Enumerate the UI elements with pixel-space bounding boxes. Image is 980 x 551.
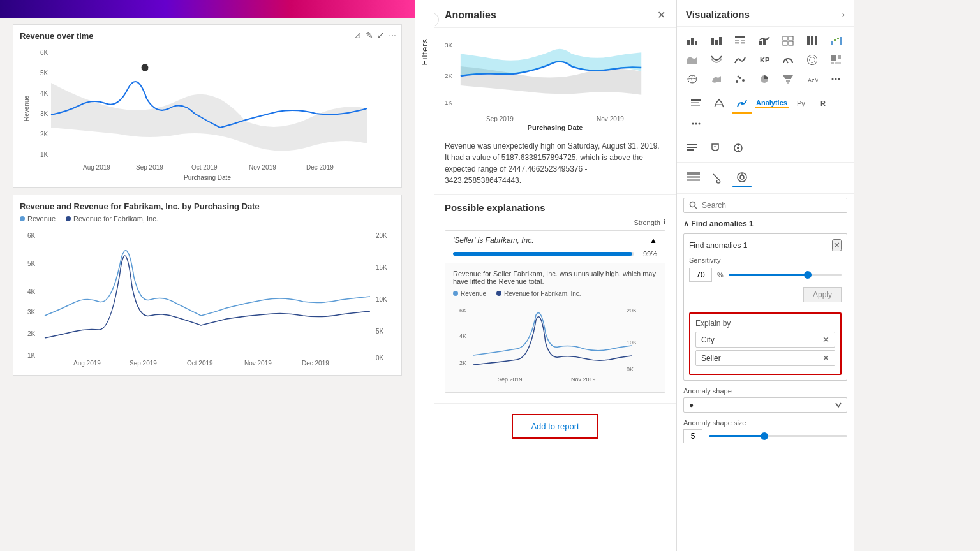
chart1-toolbar[interactable]: ⊿ ✎ ⤢ ··· [354, 30, 396, 40]
edit-icon[interactable]: ✎ [366, 30, 373, 40]
anomaly-size-section: Anomaly shape size 5 [683, 419, 847, 443]
filters-sidebar[interactable]: Filters [415, 0, 434, 551]
svg-text:Sep 2019: Sep 2019 [130, 360, 157, 367]
viz-icon-table2[interactable] [683, 169, 704, 187]
search-icon [689, 201, 698, 210]
viz-icon-analytics2[interactable] [728, 139, 748, 157]
apply-btn[interactable]: Apply [803, 287, 842, 302]
viz-icon-line-bar[interactable] [754, 32, 775, 50]
svg-text:3K: 3K [445, 41, 453, 48]
viz-icon-fields[interactable] [682, 139, 702, 157]
viz-icon-more-visuals[interactable] [826, 70, 846, 88]
svg-text:Dec 2019: Dec 2019 [302, 360, 329, 367]
viz-icon-scatter[interactable] [730, 70, 750, 88]
explain-by-section: Explain by City ✕ Seller ✕ [689, 312, 842, 375]
find-anomalies-header[interactable]: ∧ Find anomalies 1 [683, 217, 847, 231]
anomaly-shape-dropdown[interactable]: ● [683, 397, 847, 413]
anomaly-size-value: 5 [683, 429, 702, 443]
anomalies-close-btn[interactable]: ✕ [657, 9, 665, 21]
viz-icon-table[interactable] [730, 32, 750, 50]
revenue-over-time-chart: Revenue over time ⊿ ✎ ⤢ ··· 6K 5K 4K 3K … [13, 24, 402, 188]
fa-card-close-btn[interactable]: ✕ [832, 239, 842, 251]
expand-icon[interactable]: ⤢ [377, 30, 385, 40]
viz-icon-bar-chart[interactable] [706, 32, 727, 50]
viz-icon-line-chart[interactable] [730, 51, 750, 69]
svg-point-73 [736, 80, 738, 83]
viz-icon-stacked-bar[interactable] [682, 32, 702, 50]
fa-card-title: Find anomalies 1 [689, 241, 747, 250]
explanation-header-1[interactable]: 'Seller' is Fabrikam, Inc. ▲ [445, 231, 665, 250]
sensitivity-slider[interactable] [729, 274, 842, 276]
search-input[interactable] [702, 201, 842, 210]
viz-icon-more-options[interactable] [686, 115, 706, 133]
viz-icon-format2[interactable] [705, 139, 725, 157]
svg-rect-62 [837, 38, 839, 39]
svg-text:20K: 20K [627, 307, 637, 314]
svg-text:Nov 2019: Nov 2019 [244, 360, 272, 367]
svg-rect-51 [759, 41, 762, 45]
viz-icon-matrix[interactable] [778, 32, 798, 50]
svg-line-65 [786, 59, 788, 63]
svg-text:Aug 2019: Aug 2019 [73, 360, 101, 367]
viz-divider-1 [677, 162, 854, 163]
viz-icon-area[interactable] [682, 51, 702, 69]
viz-icon-shape-map[interactable] [706, 70, 727, 88]
viz-icon-azure-map[interactable]: AzM [802, 70, 822, 88]
viz-icon-ribbon[interactable] [706, 51, 727, 69]
svg-point-7 [141, 64, 149, 71]
viz-icon-treemap[interactable] [826, 51, 846, 69]
svg-rect-78 [787, 82, 789, 84]
strength-bar-fill [453, 252, 632, 256]
svg-rect-93 [687, 144, 697, 145]
svg-text:0K: 0K [627, 366, 634, 372]
svg-line-108 [695, 207, 697, 209]
svg-text:4K: 4K [27, 288, 36, 295]
viz-icon-donut[interactable] [802, 51, 822, 69]
viz-icon-smart-narrative[interactable] [686, 94, 706, 112]
strength-label: Strength [634, 219, 660, 226]
viz-chevron-right[interactable]: › [842, 10, 845, 19]
explain-tag-seller-remove[interactable]: ✕ [822, 353, 829, 363]
viz-title: Visualizations [686, 9, 750, 20]
viz-icon-r-visual[interactable]: R [814, 94, 835, 112]
viz-icon-python[interactable]: Py [791, 94, 812, 112]
svg-text:Sep 2019: Sep 2019 [498, 376, 523, 383]
explain-tag-seller: Seller ✕ [695, 350, 835, 366]
explanation-chevron-1[interactable]: ▲ [650, 236, 657, 245]
viz-icon-kpi[interactable]: KPI [754, 51, 775, 69]
explain-tag-city-remove[interactable]: ✕ [822, 335, 829, 344]
anomaly-shape-value: ● [689, 400, 694, 409]
viz-icon-brush[interactable] [708, 169, 728, 187]
viz-icon-pie[interactable] [754, 70, 775, 88]
add-to-report-button[interactable]: Add to report [512, 414, 598, 439]
viz-icon-waterfall[interactable] [826, 32, 846, 50]
anomalies-chart-svg: 3K 2K 1K [445, 34, 665, 111]
svg-text:5K: 5K [376, 328, 384, 335]
viz-icon-funnel[interactable] [778, 70, 798, 88]
viz-icon-query-metrics[interactable] [732, 169, 752, 187]
analytics-tab-label[interactable]: Analytics [755, 99, 789, 108]
chevron-down-icon [835, 402, 842, 408]
legend2: Revenue for Fabrikam, Inc. [73, 215, 158, 223]
search-box[interactable] [683, 198, 847, 213]
svg-text:2K: 2K [40, 131, 48, 138]
svg-text:KPI: KPI [760, 56, 770, 64]
analytics-tab-row: Analytics Py R [677, 91, 854, 136]
more-icon[interactable]: ··· [389, 30, 396, 40]
anomaly-size-slider[interactable] [709, 435, 847, 437]
svg-rect-68 [831, 55, 836, 61]
svg-text:AzM: AzM [808, 77, 818, 84]
svg-text:4K: 4K [40, 90, 48, 97]
filter-icon[interactable]: ⊿ [354, 30, 362, 40]
viz-icon-analytics-active[interactable] [732, 94, 752, 112]
explain-tag-city-label: City [701, 335, 715, 344]
viz-icon-100-stacked[interactable] [802, 32, 822, 50]
svg-rect-57 [807, 36, 810, 45]
viz-icon-format[interactable] [709, 94, 729, 112]
sensitivity-unit: % [717, 271, 724, 279]
viz-icon-gauge[interactable] [778, 51, 798, 69]
viz-icon-map-filled[interactable] [682, 70, 702, 88]
svg-text:Dec 2019: Dec 2019 [306, 164, 334, 171]
svg-text:Sep 2019: Sep 2019 [136, 164, 163, 171]
svg-point-75 [742, 79, 745, 82]
